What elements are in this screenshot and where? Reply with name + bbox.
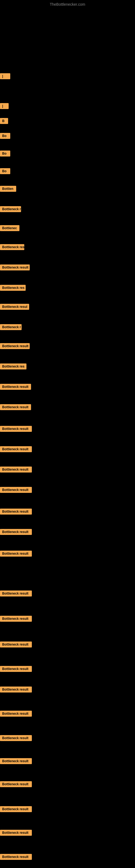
bottleneck-result-item[interactable]: Bottleneck result: [0, 467, 32, 472]
bottleneck-result-item[interactable]: Bottleneck result: [0, 343, 30, 349]
bottleneck-result-item[interactable]: Bottleneck result: [0, 735, 32, 741]
bottleneck-result-item[interactable]: Bottleneck result: [0, 686, 32, 692]
bottleneck-result-item[interactable]: Bottleneck result: [0, 781, 32, 787]
bottleneck-result-item[interactable]: Bottleneck result: [0, 758, 32, 764]
bottleneck-result-item[interactable]: Bo: [0, 168, 10, 174]
bottleneck-result-item[interactable]: B: [0, 118, 8, 124]
bottleneck-result-item[interactable]: Bottleneck result: [0, 830, 32, 836]
bottleneck-result-item[interactable]: Bottlen: [0, 186, 16, 192]
bottleneck-result-item[interactable]: Bottleneck result: [0, 642, 32, 648]
bottleneck-result-item[interactable]: Bottlenec: [0, 225, 19, 231]
bottleneck-result-item[interactable]: Bottleneck result: [0, 711, 32, 717]
bottleneck-result-item[interactable]: |: [0, 103, 9, 109]
bottleneck-result-item[interactable]: Bottleneck result: [0, 806, 32, 812]
bottleneck-result-item[interactable]: Bottleneck result: [0, 404, 31, 410]
bottleneck-result-item[interactable]: Bottleneck result: [0, 854, 32, 860]
bottleneck-result-item[interactable]: Bottleneck result: [0, 487, 32, 493]
bottleneck-result-item[interactable]: Bottleneck res: [0, 364, 27, 369]
bottleneck-result-item[interactable]: Bottleneck resul: [0, 304, 29, 310]
site-title: TheBottlenecker.com: [50, 2, 85, 6]
bottleneck-result-item[interactable]: Bottleneck r: [0, 206, 21, 212]
bottleneck-result-item[interactable]: Bottleneck result: [0, 551, 32, 557]
bottleneck-result-item[interactable]: Bottleneck result: [0, 666, 32, 672]
bottleneck-result-item[interactable]: Bottleneck result: [0, 446, 32, 452]
bottleneck-result-item[interactable]: Bottleneck result: [0, 616, 32, 622]
bottleneck-result-item[interactable]: Bottleneck result: [0, 590, 32, 596]
bottleneck-result-item[interactable]: Bottleneck res: [0, 244, 24, 250]
bottleneck-result-item[interactable]: Bo: [0, 133, 10, 139]
bottleneck-result-item[interactable]: Bottleneck result: [0, 529, 32, 535]
bottleneck-result-item[interactable]: |: [0, 73, 10, 79]
bottleneck-result-item[interactable]: Bottleneck res: [0, 285, 26, 291]
bottleneck-result-item[interactable]: Bottleneck result: [0, 508, 32, 515]
bottleneck-result-item[interactable]: Bottleneck result: [0, 384, 31, 390]
bottleneck-result-item[interactable]: Bottleneck result: [0, 265, 30, 271]
bottleneck-result-item[interactable]: Bottleneck result: [0, 426, 32, 432]
bottleneck-result-item[interactable]: Bo: [0, 151, 10, 156]
bottleneck-result-item[interactable]: Bottleneck r: [0, 324, 21, 330]
